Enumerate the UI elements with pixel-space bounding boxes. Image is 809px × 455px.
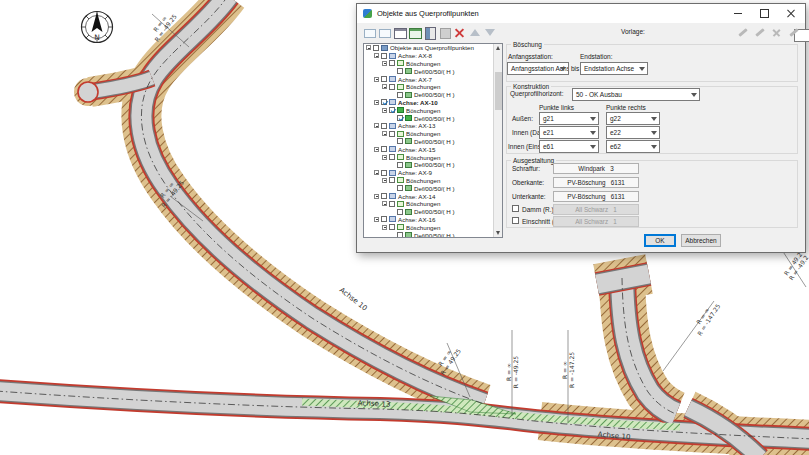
expander-icon[interactable] — [366, 45, 371, 50]
tree-item[interactable]: Böschungen — [364, 153, 493, 161]
checkbox-checked[interactable] — [389, 107, 395, 113]
tree-item[interactable]: Böschungen — [364, 106, 493, 114]
einschnitt-checkbox[interactable] — [512, 217, 519, 224]
tree-item[interactable]: Achse: AX-8 — [364, 52, 493, 60]
delete-icon[interactable] — [453, 26, 466, 39]
innen-damm-rechts-combobox[interactable]: e22 — [606, 126, 660, 139]
template-save-icon[interactable] — [736, 26, 749, 39]
column-select-icon[interactable] — [423, 26, 436, 39]
expander-icon[interactable] — [374, 217, 379, 222]
checkbox[interactable] — [381, 76, 387, 82]
tree-item[interactable]: Def/00/50/( H ) — [364, 231, 493, 238]
checkbox[interactable] — [389, 177, 395, 183]
expander-icon[interactable] — [374, 170, 379, 175]
checkbox[interactable] — [389, 131, 395, 137]
expander-icon[interactable] — [374, 53, 379, 58]
tree-item[interactable]: Objekte aus Querprofilpunkten — [364, 44, 493, 52]
checkbox[interactable] — [373, 45, 379, 51]
expander-icon[interactable] — [374, 100, 379, 105]
querprofilhorizont-combobox[interactable]: 50 - OK Ausbau — [572, 88, 700, 101]
expander-icon[interactable] — [382, 225, 387, 230]
checkbox[interactable] — [381, 123, 387, 129]
tree-item[interactable]: Def/00/50/( H ) — [364, 161, 493, 169]
checkbox-checked[interactable] — [381, 99, 387, 105]
checkbox[interactable] — [397, 68, 403, 74]
tree-item[interactable]: Def/00/50/( H ) — [364, 138, 493, 146]
checkbox[interactable] — [397, 162, 403, 168]
checkbox[interactable] — [381, 53, 387, 59]
schraffur-button[interactable]: Windpark 3 — [553, 163, 639, 174]
expander-icon[interactable] — [382, 201, 387, 206]
template-delete-icon[interactable] — [770, 26, 783, 39]
tree-item[interactable]: Achse: AX-9 — [364, 169, 493, 177]
aussen-rechts-combobox[interactable]: g22 — [606, 112, 660, 125]
tree-item[interactable]: Böschungen — [364, 200, 493, 208]
select-all-icon[interactable] — [363, 26, 376, 39]
expander-icon[interactable] — [382, 178, 387, 183]
expander-icon[interactable] — [382, 108, 387, 113]
expander-icon[interactable] — [374, 123, 379, 128]
checkbox[interactable] — [389, 224, 395, 230]
tree-item[interactable]: Böschungen — [364, 60, 493, 68]
scroll-down-icon[interactable] — [495, 229, 502, 237]
tree-item[interactable]: Böschungen — [364, 177, 493, 185]
tree-item[interactable]: Achse: AX-16 — [364, 216, 493, 224]
tree-item[interactable]: Achse: AX-13 — [364, 122, 493, 130]
checkbox[interactable] — [381, 170, 387, 176]
cancel-button[interactable]: Abbrechen — [681, 234, 721, 247]
expander-icon[interactable] — [382, 61, 387, 66]
expander-icon[interactable] — [374, 77, 379, 82]
endstation-combobox[interactable]: Endstation Achse — [580, 62, 648, 75]
checkbox[interactable] — [389, 60, 395, 66]
close-button[interactable] — [778, 4, 805, 23]
expander-icon[interactable] — [382, 131, 387, 136]
checkbox[interactable] — [397, 138, 403, 144]
move-up-icon[interactable] — [468, 26, 481, 39]
maximize-button[interactable] — [751, 4, 778, 23]
tree-item[interactable]: Def/00/50/( H ) — [364, 184, 493, 192]
move-down-icon[interactable] — [483, 26, 496, 39]
deselect-icon[interactable] — [378, 26, 391, 39]
aussen-links-combobox[interactable]: g21 — [539, 112, 599, 125]
ok-button[interactable]: OK — [644, 234, 676, 247]
tree-item[interactable]: Def/00/50/( H ) — [364, 114, 493, 122]
tree-item[interactable]: Def/00/50/( H ) — [364, 67, 493, 75]
innen-damm-links-combobox[interactable]: e21 — [539, 126, 599, 139]
dialog-titlebar[interactable]: Objekte aus Querprofilpunkten — [357, 4, 805, 23]
tree-item[interactable]: Def/00/50/( H ) — [364, 208, 493, 216]
innen-einschnitt-rechts-combobox[interactable]: e62 — [606, 140, 660, 153]
expander-icon[interactable] — [382, 155, 387, 160]
scrollbar-thumb[interactable] — [495, 72, 502, 110]
tree-item[interactable]: Achse: AX-15 — [364, 145, 493, 153]
checkbox[interactable] — [381, 216, 387, 222]
tree-item-selected[interactable]: Achse: AX-10 — [364, 99, 493, 107]
expander-icon[interactable] — [374, 147, 379, 152]
checkbox[interactable] — [389, 201, 395, 207]
tree-item[interactable]: Achse: AX-7 — [364, 75, 493, 83]
tree-item[interactable]: Böschungen — [364, 223, 493, 231]
expander-icon[interactable] — [374, 194, 379, 199]
checkbox[interactable] — [397, 232, 403, 238]
tree-item[interactable]: Def/00/50/( H ) — [364, 91, 493, 99]
tree-item[interactable]: Böschungen — [364, 83, 493, 91]
damm-checkbox[interactable] — [512, 205, 519, 212]
anfangsstation-combobox[interactable]: Anfangsstation Achse — [507, 62, 569, 75]
oberkante-button[interactable]: PV-Böschung 6131 — [553, 177, 639, 188]
tree-item[interactable]: Böschungen — [364, 130, 493, 138]
tree-item[interactable]: Achse: AX-14 — [364, 192, 493, 200]
template-apply-icon[interactable] — [787, 26, 800, 39]
minimize-button[interactable] — [724, 4, 751, 23]
table-icon[interactable] — [393, 26, 406, 39]
template-save-as-icon[interactable] — [753, 26, 766, 39]
checkbox[interactable] — [381, 193, 387, 199]
checkbox[interactable] — [397, 92, 403, 98]
checkbox[interactable] — [389, 84, 395, 90]
checkbox[interactable] — [397, 185, 403, 191]
innen-einschnitt-links-combobox[interactable]: e61 — [539, 140, 599, 153]
table-objects-icon[interactable] — [408, 26, 421, 39]
checkbox[interactable] — [381, 146, 387, 152]
expander-icon[interactable] — [382, 84, 387, 89]
tree-scrollbar[interactable] — [493, 44, 502, 237]
checkbox-checked[interactable] — [397, 115, 403, 121]
scroll-up-icon[interactable] — [495, 44, 502, 52]
